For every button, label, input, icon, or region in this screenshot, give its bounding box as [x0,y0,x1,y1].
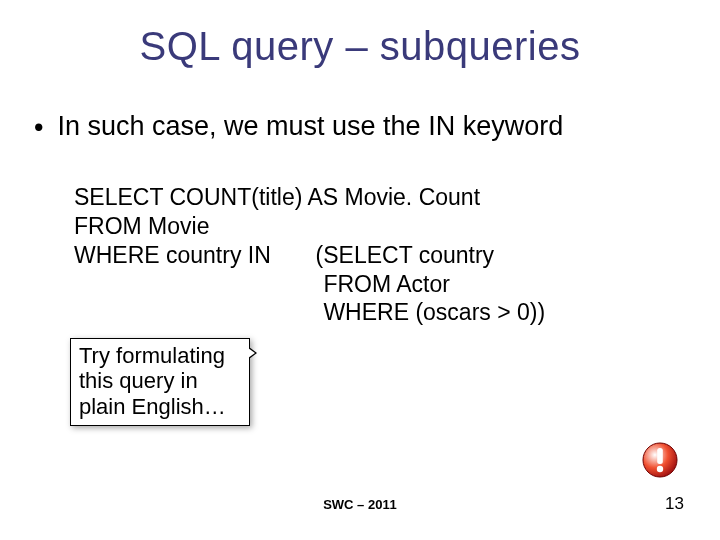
bullet-text: In such case, we must use the IN keyword [57,111,563,142]
callout-line-3: plain English… [79,394,241,419]
code-line-2: FROM Movie [74,212,680,241]
code-line-5: WHERE (oscars > 0)) [74,298,680,327]
svg-point-2 [657,466,663,472]
bullet-dot: • [34,111,43,143]
page-number: 13 [665,494,684,514]
callout-line-1: Try formulating [79,343,241,368]
footer-text: SWC – 2011 [0,497,720,512]
slide: SQL query – subqueries • In such case, w… [0,0,720,540]
warning-icon [640,440,680,480]
slide-title: SQL query – subqueries [40,24,680,69]
code-line-1: SELECT COUNT(title) AS Movie. Count [74,183,680,212]
code-line-4: FROM Actor [74,270,680,299]
callout-box: Try formulating this query in plain Engl… [70,338,250,426]
callout-line-2: this query in [79,368,241,393]
code-line-3: WHERE country IN (SELECT country [74,241,680,270]
bullet-item: • In such case, we must use the IN keywo… [34,111,680,143]
sql-code-block: SELECT COUNT(title) AS Movie. Count FROM… [74,183,680,327]
svg-rect-1 [657,448,663,464]
